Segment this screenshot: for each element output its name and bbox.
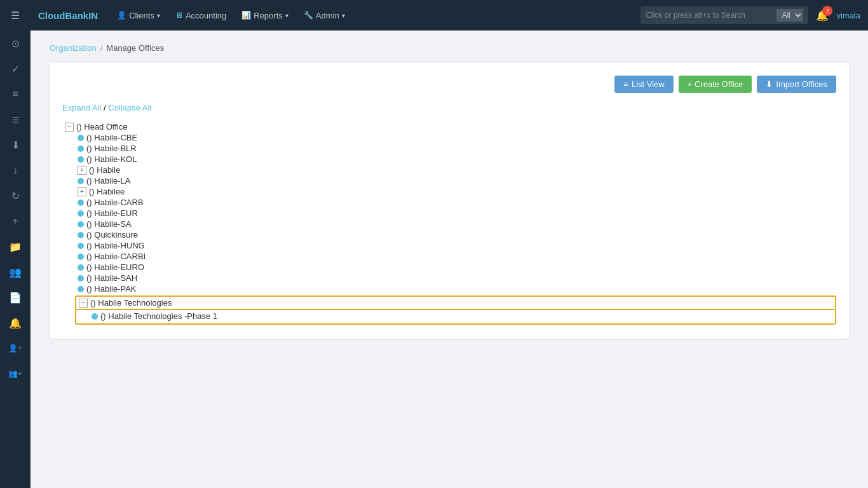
expand-collapse-controls: Expand All / Collapse All — [62, 103, 836, 112]
search-box: All — [641, 6, 808, 24]
habilee-label: () Habilee — [89, 187, 125, 196]
habile-carb-label: () Habile-CARB — [86, 198, 144, 207]
habile-label: () Habile — [89, 165, 120, 175]
tree-row-habile-kol: () Habile-KOL — [75, 154, 836, 165]
habile-blr-label: () Habile-BLR — [86, 144, 137, 153]
habile-cbe-label: () Habile-CBE — [86, 133, 137, 142]
tree-row-habile-euro: () Habile-EURO — [75, 262, 836, 273]
tree-row-habile-carbi: () Habile-CARBI — [75, 251, 836, 262]
expand-all-link[interactable]: Expand All — [62, 103, 101, 112]
habile-kol-label: () Habile-KOL — [86, 154, 137, 164]
notification-badge: 7 — [822, 6, 832, 16]
habile-cbe-dot — [78, 135, 84, 141]
habile-blr-dot — [78, 146, 84, 152]
habile-sah-label: () Habile-SAH — [86, 273, 137, 283]
menu-toggle-btn[interactable]: ☰ — [0, 0, 31, 30]
list-view-icon: ≡ — [623, 79, 628, 89]
page-content: Organization / Manage Offices ≡ List Vie… — [31, 30, 868, 488]
nav-clients-label: Clients — [129, 11, 154, 20]
habile-tech-header: − () Habile Technologies — [75, 295, 836, 310]
nav-item-accounting[interactable]: 🖥 Accounting — [169, 7, 233, 24]
collapse-all-link[interactable]: Collapse All — [108, 103, 151, 112]
tree-row-habile: + () Habile — [75, 165, 836, 175]
tree-row-habilee: + () Habilee — [75, 186, 836, 197]
habile-eur-dot — [78, 210, 84, 217]
quickinsure-dot — [78, 232, 84, 238]
sidebar-icon-folder[interactable]: 📁 — [0, 234, 31, 259]
sidebar-icon-plus[interactable]: + — [0, 208, 31, 234]
office-tree: − () Head Office () Habile-CBE () Habile… — [62, 120, 836, 326]
tree-node-head-office: − () Head Office () Habile-CBE () Habile… — [62, 120, 836, 326]
create-office-button[interactable]: + Create Office — [679, 76, 752, 93]
nav-item-admin[interactable]: 🔧 Admin ▾ — [297, 7, 351, 24]
habile-tech-highlighted-container: − () Habile Technologies () Habile Techn… — [75, 295, 836, 325]
head-office-children: () Habile-CBE () Habile-BLR () Habile-KO… — [62, 132, 836, 325]
notification-bell[interactable]: 🔔 7 — [816, 10, 829, 22]
habile-sah-dot — [78, 275, 84, 281]
habile-pak-dot — [78, 286, 84, 292]
habile-toggle[interactable]: + — [78, 166, 86, 175]
nav-admin-label: Admin — [316, 11, 339, 20]
tree-row-habile-eur: () Habile-EUR — [75, 208, 836, 219]
clients-icon: 👤 — [117, 11, 126, 20]
habile-la-dot — [78, 178, 84, 184]
card-toolbar: ≡ List View + Create Office ⬇ Import Off… — [62, 76, 836, 93]
reports-caret-icon: ▾ — [285, 12, 288, 19]
habile-tech-label: () Habile Technologies — [90, 298, 172, 308]
sidebar-icon-download2[interactable]: ↓ — [0, 158, 31, 183]
nav-item-clients[interactable]: 👤 Clients ▾ — [111, 7, 166, 24]
breadcrumb-parent[interactable]: Organization — [50, 43, 97, 53]
tree-row-quickinsure: () Quickinsure — [75, 229, 836, 240]
habile-eur-label: () Habile-EUR — [86, 208, 138, 218]
quickinsure-label: () Quickinsure — [86, 230, 138, 240]
sidebar-icon-list2[interactable]: ≣ — [0, 107, 31, 132]
habile-euro-dot — [78, 264, 84, 271]
search-filter-select[interactable]: All — [776, 9, 803, 22]
tree-row-habile-pak: () Habile-PAK — [75, 283, 836, 294]
sidebar-icon-add-person[interactable]: 👤+ — [0, 336, 31, 361]
habile-kol-dot — [78, 156, 84, 163]
head-office-toggle[interactable]: − — [65, 123, 74, 132]
habile-hung-dot — [78, 243, 84, 249]
habilee-toggle[interactable]: + — [78, 187, 86, 196]
habile-la-label: () Habile-LA — [86, 176, 130, 186]
create-office-label: + Create Office — [688, 79, 743, 89]
sidebar-icon-bell[interactable]: 🔔 — [0, 310, 31, 336]
sidebar-icon-file[interactable]: 📄 — [0, 285, 31, 310]
habile-carbi-label: () Habile-CARBI — [86, 252, 146, 261]
offices-card: ≡ List View + Create Office ⬇ Import Off… — [50, 63, 849, 339]
tree-row-habile-hung: () Habile-HUNG — [75, 240, 836, 251]
list-view-button[interactable]: ≡ List View — [614, 76, 673, 93]
tree-row-habile-la: () Habile-LA — [75, 175, 836, 186]
habile-sa-dot — [78, 221, 84, 227]
sidebar-icon-dashboard[interactable]: ⊙ — [0, 30, 31, 56]
import-offices-button[interactable]: ⬇ Import Offices — [757, 76, 836, 93]
habile-carbi-dot — [78, 254, 84, 260]
habile-carb-dot — [78, 200, 84, 206]
nav-menu: 👤 Clients ▾ 🖥 Accounting 📊 Reports ▾ 🔧 A… — [111, 7, 641, 24]
sidebar-icon-download[interactable]: ⬇ — [0, 132, 31, 158]
sidebar-icon-refresh[interactable]: ↻ — [0, 183, 31, 208]
habile-tech-toggle[interactable]: − — [79, 299, 88, 308]
habile-euro-label: () Habile-EURO — [86, 262, 144, 272]
username-display[interactable]: vimala — [836, 11, 860, 20]
nav-item-reports[interactable]: 📊 Reports ▾ — [235, 7, 295, 24]
sidebar-icon-people[interactable]: 👥 — [0, 259, 31, 285]
nav-accounting-label: Accounting — [186, 11, 226, 20]
search-input[interactable] — [646, 11, 773, 20]
tree-row-head-office: − () Head Office — [62, 121, 836, 132]
sidebar-icon-list[interactable]: ≡ — [0, 81, 31, 107]
nav-reports-label: Reports — [254, 11, 283, 20]
habile-hung-label: () Habile-HUNG — [86, 241, 145, 250]
habile-pak-label: () Habile-PAK — [86, 284, 137, 294]
admin-icon: 🔧 — [304, 11, 313, 20]
sidebar-icon-check[interactable]: ✓ — [0, 56, 31, 81]
sidebar-icon-add-group[interactable]: 👥+ — [0, 361, 31, 386]
breadcrumb-sep: / — [100, 43, 103, 53]
navbar-right: All 🔔 7 vimala — [641, 6, 860, 24]
main-area: CloudBankIN 👤 Clients ▾ 🖥 Accounting 📊 R… — [31, 0, 868, 488]
list-view-label: List View — [632, 79, 665, 89]
tree-row-habile-tech: − () Habile Technologies — [79, 298, 832, 308]
top-navbar: CloudBankIN 👤 Clients ▾ 🖥 Accounting 📊 R… — [31, 0, 868, 30]
app-brand: CloudBankIN — [38, 10, 98, 21]
